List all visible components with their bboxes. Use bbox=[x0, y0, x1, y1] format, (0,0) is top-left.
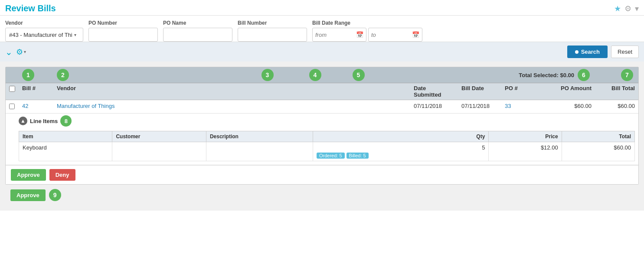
vendor-label: Vendor bbox=[5, 20, 83, 26]
line-items-section: ▲ Line Items 8 Item Customer Description… bbox=[6, 114, 638, 165]
filter-row: Vendor #43 - Manufacturer of Thi ▾ PO Nu… bbox=[5, 20, 639, 42]
vendor-link[interactable]: Manufacturer of Things bbox=[57, 103, 114, 109]
total-selected-label: Total Selected: bbox=[519, 72, 559, 78]
th-bill-date: Bill Date bbox=[461, 85, 505, 91]
li-td-item: Keyboard bbox=[19, 142, 112, 161]
page-header: Review Bills ★ ⚙ ▾ bbox=[0, 0, 644, 16]
li-td-description bbox=[206, 142, 313, 161]
action-row: ⌄ ⚙ ▾ Search Reset bbox=[0, 42, 644, 62]
vendor-select[interactable]: #43 - Manufacturer of Thi ▾ bbox=[5, 28, 83, 42]
po-name-filter-field: PO Name bbox=[163, 20, 232, 42]
page-title: Review Bills bbox=[5, 3, 56, 13]
total-selected-value: $0.00 bbox=[560, 72, 574, 78]
date-to-wrap: 📅 bbox=[368, 28, 422, 42]
li-th-customer: Customer bbox=[112, 131, 206, 142]
li-th-price: Price bbox=[489, 131, 562, 142]
td-bill-total: $60.00 bbox=[592, 103, 635, 109]
vendor-dropdown-icon: ▾ bbox=[74, 33, 76, 37]
li-row: Keyboard 5 Ordered: 5 Billed: 5 $12.00 bbox=[19, 142, 635, 161]
th-vendor: Vendor bbox=[57, 85, 414, 91]
table-footer-actions: Approve Deny bbox=[6, 165, 638, 184]
action-right: Search Reset bbox=[567, 46, 639, 58]
th-date-submitted: DateSubmitted bbox=[414, 85, 461, 98]
po-number-label: PO Number bbox=[88, 20, 158, 26]
li-th-item: Item bbox=[19, 131, 112, 142]
page-container: Review Bills ★ ⚙ ▾ Vendor #43 - Manufact… bbox=[0, 0, 644, 257]
bill-number-filter-field: Bill Number bbox=[238, 20, 307, 42]
deny-button-table[interactable]: Deny bbox=[49, 169, 75, 181]
line-items-badge: 8 bbox=[60, 115, 72, 127]
header-icons: ★ ⚙ ▾ bbox=[614, 4, 639, 13]
search-label: Search bbox=[581, 49, 600, 55]
qty-badges: Ordered: 5 Billed: 5 bbox=[317, 153, 485, 159]
col-badge-2: 2 bbox=[57, 69, 69, 81]
ordered-badge: Ordered: 5 bbox=[317, 153, 345, 159]
po-name-label: PO Name bbox=[163, 20, 232, 26]
li-td-customer bbox=[112, 142, 206, 161]
th-bill: Bill # bbox=[22, 85, 57, 91]
col-badge-1: 1 bbox=[22, 69, 34, 81]
col-badge-6: 6 bbox=[578, 69, 590, 81]
select-all-checkbox[interactable] bbox=[9, 86, 15, 92]
total-selected: Total Selected: $0.00 bbox=[519, 72, 574, 78]
approve-button-table[interactable]: Approve bbox=[11, 169, 46, 181]
action-left: ⌄ ⚙ ▾ bbox=[5, 47, 26, 57]
vendor-select-text: #43 - Manufacturer of Thi bbox=[9, 32, 72, 38]
line-items-table: Item Customer Description Qty Price Tota… bbox=[19, 131, 635, 161]
td-po-amount: $60.00 bbox=[539, 103, 592, 109]
date-range-label: Bill Date Range bbox=[312, 20, 422, 26]
bill-number-label: Bill Number bbox=[238, 20, 307, 26]
col-badge-4: 4 bbox=[309, 69, 321, 81]
gear-icon[interactable]: ⚙ bbox=[624, 4, 631, 13]
user-config-button[interactable]: ⚙ ▾ bbox=[16, 47, 26, 57]
td-bill-num: 42 bbox=[22, 103, 57, 109]
calendar-from-icon[interactable]: 📅 bbox=[356, 31, 363, 38]
bill-number-input[interactable] bbox=[238, 28, 307, 42]
bill-num-link[interactable]: 42 bbox=[22, 103, 28, 109]
date-to-input[interactable] bbox=[371, 32, 410, 38]
li-td-total: $60.00 bbox=[562, 142, 634, 161]
date-range-filter-field: Bill Date Range 📅 📅 bbox=[312, 20, 422, 42]
td-date-submitted: 07/11/2018 bbox=[414, 103, 461, 109]
row-checkbox[interactable] bbox=[9, 104, 15, 109]
vendor-filter-field: Vendor #43 - Manufacturer of Thi ▾ bbox=[5, 20, 83, 42]
date-range-inputs: 📅 📅 bbox=[312, 28, 422, 42]
search-button[interactable]: Search bbox=[567, 46, 608, 58]
col-badge-7: 7 bbox=[621, 69, 633, 81]
row-checkbox-cell bbox=[9, 103, 22, 111]
chevron-down-icon[interactable]: ⌄ bbox=[5, 47, 13, 57]
star-icon[interactable]: ★ bbox=[614, 4, 621, 13]
main-content: 1 2 3 4 5 Total Selected: $0.00 bbox=[0, 62, 644, 211]
bills-table: 1 2 3 4 5 Total Selected: $0.00 bbox=[5, 67, 639, 185]
td-po-num: 33 bbox=[505, 103, 539, 109]
table-row: 42 Manufacturer of Things 07/11/2018 07/… bbox=[6, 100, 638, 114]
date-from-input[interactable] bbox=[315, 32, 354, 38]
reset-button[interactable]: Reset bbox=[611, 46, 639, 58]
bottom-approve-row: Approve 9 bbox=[5, 185, 639, 205]
billed-badge: Billed: 5 bbox=[347, 153, 369, 159]
li-td-price: $12.00 bbox=[489, 142, 562, 161]
li-qty-value: 5 bbox=[482, 144, 485, 151]
search-dot-icon bbox=[575, 50, 579, 54]
line-items-toggle[interactable]: ▲ Line Items 8 bbox=[19, 114, 635, 128]
line-items-label: Line Items bbox=[30, 118, 58, 124]
th-bill-total: Bill Total bbox=[592, 85, 635, 91]
calendar-to-icon[interactable]: 📅 bbox=[412, 31, 419, 38]
filter-bar: Vendor #43 - Manufacturer of Thi ▾ PO Nu… bbox=[0, 16, 644, 42]
toggle-expand-icon: ▲ bbox=[19, 117, 27, 125]
th-po-amount: PO Amount bbox=[539, 85, 592, 91]
user-icon: ⚙ bbox=[16, 47, 23, 57]
po-num-link[interactable]: 33 bbox=[505, 103, 511, 109]
user-config-dropdown-icon: ▾ bbox=[24, 49, 26, 54]
li-td-qty: 5 Ordered: 5 Billed: 5 bbox=[313, 142, 488, 161]
col-badge-3: 3 bbox=[262, 69, 274, 81]
po-number-input[interactable] bbox=[88, 28, 158, 42]
po-name-input[interactable] bbox=[163, 28, 232, 42]
li-th-total: Total bbox=[562, 131, 634, 142]
gear-dropdown-icon[interactable]: ▾ bbox=[635, 4, 639, 13]
bottom-badge-9: 9 bbox=[49, 189, 61, 201]
td-vendor: Manufacturer of Things bbox=[57, 103, 414, 109]
approve-button-bottom[interactable]: Approve bbox=[10, 189, 46, 201]
th-po: PO # bbox=[505, 85, 539, 91]
col-badge-5: 5 bbox=[353, 69, 365, 81]
